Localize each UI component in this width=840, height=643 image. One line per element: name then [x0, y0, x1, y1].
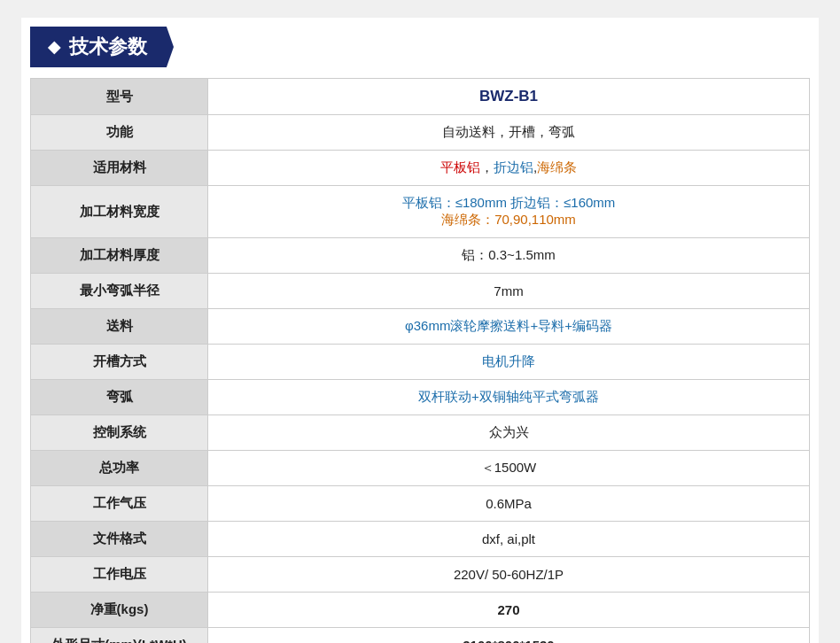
row-label: 净重(kgs): [31, 593, 208, 628]
row-value: ＜1500W: [208, 451, 810, 486]
row-label: 型号: [31, 79, 208, 115]
row-label: 工作电压: [31, 557, 208, 593]
row-label: 送料: [31, 309, 208, 345]
specs-table: 型号BWZ-B1功能自动送料，开槽，弯弧适用材料平板铝，折边铝,海绵条加工材料宽…: [30, 78, 810, 643]
row-value: 电机升降: [208, 345, 810, 380]
header: ◆ 技术参数: [30, 27, 810, 67]
table-row: 功能自动送料，开槽，弯弧: [31, 115, 810, 151]
row-label: 开槽方式: [31, 345, 208, 380]
row-label: 总功率: [31, 451, 208, 486]
row-value: 平板铝：≤180mm 折边铝：≤160mm海绵条：70,90,110mm: [208, 186, 810, 238]
row-value: φ36mm滚轮摩擦送料+导料+编码器: [208, 309, 810, 345]
table-row: 净重(kgs)270: [31, 593, 810, 628]
row-value: 220V/ 50-60HZ/1P: [208, 557, 810, 593]
row-value: 铝：0.3~1.5mm: [208, 238, 810, 274]
table-row: 外形尺寸(mm)(L*W*H)2100*800*1530: [31, 628, 810, 644]
table-row: 送料φ36mm滚轮摩擦送料+导料+编码器: [31, 309, 810, 345]
row-value: 自动送料，开槽，弯弧: [208, 115, 810, 151]
row-value: 270: [208, 593, 810, 628]
row-value: 平板铝，折边铝,海绵条: [208, 151, 810, 186]
row-value: 0.6MPa: [208, 486, 810, 522]
row-label: 功能: [31, 115, 208, 151]
row-label: 加工材料厚度: [31, 238, 208, 274]
table-row: 总功率＜1500W: [31, 451, 810, 486]
row-label: 工作气压: [31, 486, 208, 522]
row-label: 适用材料: [31, 151, 208, 186]
row-label: 加工材料宽度: [31, 186, 208, 238]
header-banner: ◆ 技术参数: [30, 27, 174, 67]
header-icon: ◆: [48, 37, 60, 57]
row-value: 众为兴: [208, 415, 810, 451]
table-row: 控制系统众为兴: [31, 415, 810, 451]
table-row: 弯弧双杆联动+双铜轴纯平式弯弧器: [31, 380, 810, 415]
row-value: 2100*800*1530: [208, 628, 810, 644]
table-row: 文件格式dxf, ai,plt: [31, 522, 810, 557]
main-container: ◆ 技术参数 型号BWZ-B1功能自动送料，开槽，弯弧适用材料平板铝，折边铝,海…: [21, 18, 819, 643]
row-label: 弯弧: [31, 380, 208, 415]
table-row: 开槽方式电机升降: [31, 345, 810, 380]
table-row: 加工材料宽度平板铝：≤180mm 折边铝：≤160mm海绵条：70,90,110…: [31, 186, 810, 238]
row-value: 7mm: [208, 274, 810, 309]
row-label: 最小弯弧半径: [31, 274, 208, 309]
row-value: BWZ-B1: [208, 79, 810, 115]
row-label: 控制系统: [31, 415, 208, 451]
header-title: 技术参数: [69, 34, 147, 60]
table-row: 工作电压220V/ 50-60HZ/1P: [31, 557, 810, 593]
row-label: 文件格式: [31, 522, 208, 557]
table-row: 工作气压0.6MPa: [31, 486, 810, 522]
row-value: dxf, ai,plt: [208, 522, 810, 557]
row-label: 外形尺寸(mm)(L*W*H): [31, 628, 208, 644]
row-value: 双杆联动+双铜轴纯平式弯弧器: [208, 380, 810, 415]
table-row: 最小弯弧半径7mm: [31, 274, 810, 309]
table-row: 适用材料平板铝，折边铝,海绵条: [31, 151, 810, 186]
table-row: 加工材料厚度铝：0.3~1.5mm: [31, 238, 810, 274]
table-row: 型号BWZ-B1: [31, 79, 810, 115]
